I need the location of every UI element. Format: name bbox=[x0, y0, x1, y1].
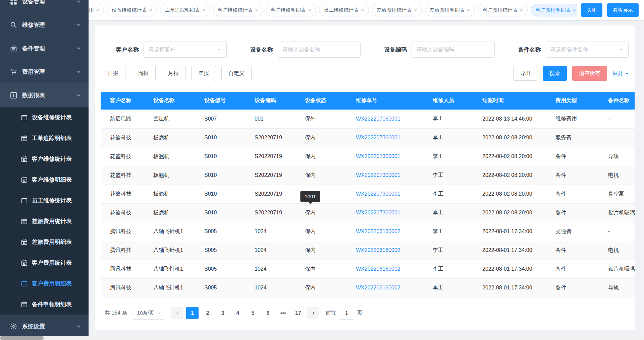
custom-range-button[interactable]: 自定义 bbox=[221, 66, 252, 81]
tab-close-icon[interactable]: × bbox=[573, 7, 576, 13]
work-order-link[interactable]: WX202207300001 bbox=[346, 166, 423, 185]
submenu-item-customer-expense-detail[interactable]: 客户费用明细表 bbox=[0, 273, 89, 294]
table-cell: 保内 bbox=[296, 147, 346, 166]
work-order-link[interactable]: WX202207300001 bbox=[346, 185, 423, 203]
table-row: 花篮科技板翘机S010S20220719保内WX202207300001李工20… bbox=[101, 166, 635, 185]
work-order-link[interactable]: WX202207060001 bbox=[346, 110, 423, 128]
tab-close-icon[interactable]: × bbox=[96, 7, 99, 13]
submenu-item-customer-repair-stats[interactable]: 客户维修统计表 bbox=[0, 148, 89, 169]
tab-item[interactable]: 设备维修统计表× bbox=[107, 4, 157, 16]
work-order-link[interactable]: WX202206160002 bbox=[346, 278, 423, 297]
pages-more-button[interactable]: ••• bbox=[277, 307, 289, 319]
tooltip-bubble: 1001 bbox=[300, 191, 320, 202]
sidebar-item-expense-mgmt[interactable]: 费用管理 bbox=[0, 60, 89, 83]
tab-close-icon[interactable]: × bbox=[467, 7, 470, 13]
horizontal-scrollbar-thumb[interactable] bbox=[0, 336, 44, 340]
tab-close-icon[interactable]: × bbox=[255, 7, 258, 13]
tab-label: 用 bbox=[89, 7, 94, 13]
page-size-select[interactable]: 10条/页 bbox=[133, 307, 165, 320]
table-cell: S20220719 bbox=[245, 203, 296, 222]
chevron-down-icon bbox=[625, 71, 629, 76]
submenu-item-label: 工单追踪明细表 bbox=[32, 134, 72, 142]
table-cell: 航启电路 bbox=[101, 110, 144, 128]
table-cell: 1024 bbox=[245, 278, 296, 297]
submenu-item-customer-repair-detail[interactable]: 客户维修明细表 bbox=[0, 169, 89, 190]
work-order-link[interactable]: WX202206160002 bbox=[346, 241, 423, 260]
page-button[interactable]: 2 bbox=[201, 307, 214, 319]
table-cell: 李工 bbox=[423, 147, 473, 166]
sidebar: 设备管理维修管理备件管理费用管理数据报表 设备维修统计表工单追踪明细表客户维修统… bbox=[0, 0, 89, 340]
work-order-link[interactable]: WX202207300001 bbox=[346, 147, 423, 166]
tab-item[interactable]: 客户维修明细表× bbox=[266, 4, 316, 16]
table-cell: 2022-08-02 08:20:00 bbox=[473, 147, 546, 166]
tab-label: 工单追踪明细表 bbox=[165, 7, 200, 13]
jump-label-before: 前往 bbox=[325, 310, 336, 317]
tab-close-icon[interactable]: × bbox=[414, 7, 417, 13]
tab-item[interactable]: 客户维修统计表× bbox=[213, 4, 263, 16]
board-display-button[interactable]: 看板展示 bbox=[607, 3, 639, 17]
yearly-report-button[interactable]: 年报 bbox=[191, 66, 216, 81]
part-name-select[interactable]: 请选择备件名称 bbox=[546, 42, 629, 58]
tab-close-icon[interactable]: × bbox=[149, 7, 152, 13]
sidebar-item-equipment-mgmt[interactable]: 设备管理 bbox=[0, 0, 89, 13]
device-name-input[interactable] bbox=[283, 47, 356, 53]
table-row: 腾讯科技八轴飞针机1S0051024保内WX202206160002李工2022… bbox=[101, 241, 635, 260]
submenu-item-travel-expense-detail[interactable]: 差旅费用明细表 bbox=[0, 231, 89, 252]
tab-item[interactable]: 用× bbox=[89, 4, 104, 16]
next-page-button[interactable] bbox=[307, 307, 319, 319]
expand-toggle[interactable]: 展开 bbox=[612, 70, 629, 77]
submenu-item-work-order-tracking-detail[interactable]: 工单追踪明细表 bbox=[0, 128, 89, 148]
sidebar-item-parts-mgmt[interactable]: 备件管理 bbox=[0, 37, 89, 60]
table-cell: 001 bbox=[245, 110, 296, 128]
work-order-link[interactable]: WX202206160002 bbox=[346, 222, 423, 241]
tab-item[interactable]: 差旅费用明细表× bbox=[425, 4, 475, 16]
tab-close-icon[interactable]: × bbox=[308, 7, 311, 13]
sidebar-item-repair-mgmt[interactable]: 维修管理 bbox=[0, 13, 89, 37]
work-order-link[interactable]: WX202207300001 bbox=[346, 203, 423, 222]
tab-item[interactable]: 客户费用统计表× bbox=[478, 4, 528, 16]
clear-all-button[interactable]: 清空所有 bbox=[572, 66, 607, 81]
submenu-item-travel-expense-stats[interactable]: 差旅费用统计表 bbox=[0, 211, 89, 231]
device-code-input[interactable] bbox=[417, 47, 490, 53]
prev-page-button[interactable] bbox=[171, 307, 183, 319]
page-button[interactable]: 4 bbox=[231, 307, 244, 319]
page-button[interactable]: 6 bbox=[262, 307, 274, 319]
table-cell: 李工 bbox=[423, 222, 473, 241]
export-button[interactable]: 导出 bbox=[513, 66, 537, 81]
tab-item[interactable]: 工单追踪明细表× bbox=[160, 4, 210, 16]
table-cell: 空压机 bbox=[144, 110, 195, 128]
chevron-down-icon bbox=[217, 47, 222, 52]
customer-name-select[interactable]: 请选择客户 bbox=[144, 42, 227, 58]
daily-report-button[interactable]: 日报 bbox=[101, 66, 125, 81]
calendar-icon bbox=[21, 197, 28, 204]
weekly-report-button[interactable]: 周报 bbox=[131, 66, 156, 81]
close-tabs-button[interactable]: 关闭 bbox=[581, 3, 602, 17]
tab-item[interactable]: 客户费用明细表× bbox=[531, 4, 577, 16]
search-button[interactable]: 搜索 bbox=[543, 66, 567, 81]
tab-close-icon[interactable]: × bbox=[520, 7, 523, 13]
submenu-item-employee-repair-stats[interactable]: 员工维修统计表 bbox=[0, 190, 89, 211]
work-order-link[interactable]: WX202207300001 bbox=[346, 128, 423, 147]
submenu-item-device-repair-stats[interactable]: 设备维修统计表 bbox=[0, 107, 89, 128]
work-order-link[interactable]: WX202206160002 bbox=[346, 260, 423, 278]
page-jump-input[interactable] bbox=[339, 307, 354, 320]
submenu-item-parts-request-detail[interactable]: 备件申领明细表 bbox=[0, 294, 89, 315]
repair-search-icon bbox=[10, 21, 17, 28]
sidebar-item-system-settings[interactable]: 系统设置 bbox=[0, 315, 89, 338]
horizontal-scrollbar[interactable] bbox=[0, 336, 644, 340]
tab-close-icon[interactable]: × bbox=[361, 7, 364, 13]
page-button[interactable]: 3 bbox=[216, 307, 229, 319]
page-button[interactable]: 5 bbox=[247, 307, 259, 319]
table-cell: 2022-08-13 14:46:00 bbox=[473, 110, 546, 128]
submenu-item-customer-expense-stats[interactable]: 客户费用统计表 bbox=[0, 252, 89, 273]
chevron-up-icon bbox=[76, 93, 81, 98]
sidebar-item-data-reports[interactable]: 数据报表 bbox=[0, 83, 89, 107]
page-button[interactable]: 17 bbox=[292, 307, 304, 319]
table-cell: 八轴飞针机1 bbox=[144, 241, 195, 260]
tab-item[interactable]: 差旅费用统计表× bbox=[372, 4, 422, 16]
page-button[interactable]: 1 bbox=[186, 307, 199, 319]
tab-item[interactable]: 员工维修统计表× bbox=[319, 4, 369, 16]
monthly-report-button[interactable]: 月报 bbox=[161, 66, 186, 81]
tab-close-icon[interactable]: × bbox=[202, 7, 205, 13]
column-header: 设备状态 bbox=[296, 92, 346, 110]
